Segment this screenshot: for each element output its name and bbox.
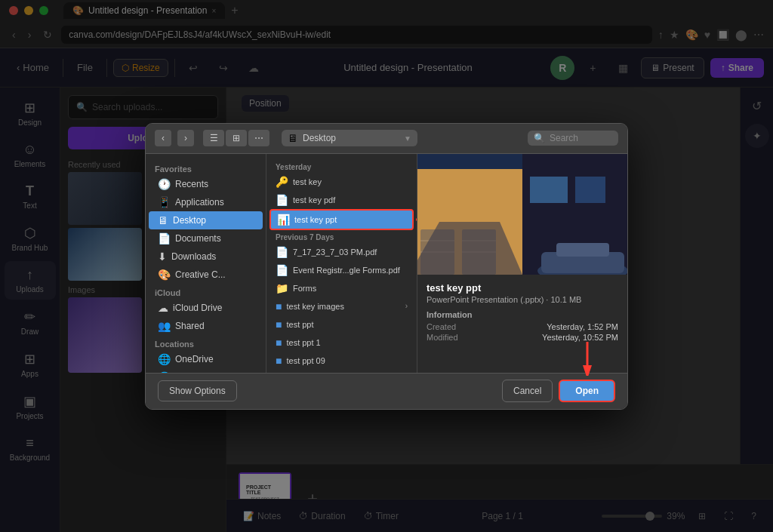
desktop-folder-icon: 🖥 <box>158 214 168 226</box>
dialog-overlay: ‹ › ☰ ⊞ ⋯ 🖥 Desktop ▼ 🔍 Search <box>0 0 773 532</box>
dialog-search-bar[interactable]: 🔍 Search <box>528 131 618 146</box>
onedrive-label: OneDrive <box>175 354 214 364</box>
dialog-toolbar: ‹ › ☰ ⊞ ⋯ 🖥 Desktop ▼ 🔍 Search <box>146 124 627 154</box>
created-value: Yesterday, 1:52 PM <box>547 322 618 331</box>
sidebar-item-icloud-drive[interactable]: ☁ iCloud Drive <box>149 299 263 317</box>
recents-label: Recents <box>175 179 208 189</box>
test-key-pdf-name: test key pdf <box>293 195 335 204</box>
file-item-test-ppt-1[interactable]: ■ test ppt 1 <box>269 334 414 352</box>
sidebar-item-recents[interactable]: 🕐 Recents <box>149 175 263 193</box>
file-list: Yesterday 🔑 test key 📄 test key pdf 📊 te… <box>266 154 417 373</box>
sidebar-item-onedrive[interactable]: 🌐 OneDrive <box>149 350 263 368</box>
preview-modified-row: Modified Yesterday, 10:52 PM <box>427 333 618 342</box>
created-key: Created <box>427 322 456 331</box>
file-item-event-registr[interactable]: 📄 Event Registr...gle Forms.pdf <box>269 261 414 279</box>
sidebar-item-documents[interactable]: 📄 Documents <box>149 229 263 248</box>
preview-info-label: Information <box>427 310 618 319</box>
search-icon: 🔍 <box>534 133 545 143</box>
modified-value: Yesterday, 10:52 PM <box>542 333 618 342</box>
shared-label: Shared <box>175 321 205 331</box>
file-7-17-23-icon: 📄 <box>276 246 288 258</box>
forms-name: Forms <box>293 284 316 293</box>
modified-key: Modified <box>427 333 458 342</box>
creative-icon: 🎨 <box>158 269 171 281</box>
preview-info: test key ppt PowerPoint Presentation (.p… <box>417 275 627 351</box>
file-item-test-key[interactable]: 🔑 test key <box>269 173 414 191</box>
location-text: Desktop <box>303 133 399 143</box>
desktop-label: Desktop <box>173 215 206 226</box>
test-key-images-icon: ■ <box>276 300 282 312</box>
test-ppt-1-name: test ppt 1 <box>286 338 320 347</box>
file-item-test-key-images[interactable]: ■ test key images › <box>269 297 414 315</box>
onedrive-icon: 🌐 <box>158 353 171 365</box>
dialog-view-buttons: ☰ ⊞ ⋯ <box>203 130 269 146</box>
file-item-test-key-pdf[interactable]: 📄 test key pdf <box>269 191 414 209</box>
dialog-files: Yesterday 🔑 test key 📄 test key pdf 📊 te… <box>266 154 627 373</box>
dialog-location-selector[interactable]: 🖥 Desktop ▼ <box>282 130 417 146</box>
previous7days-section-head: Previous 7 Days <box>269 230 414 243</box>
sidebar-item-desktop[interactable]: 🖥 Desktop <box>149 211 263 229</box>
dialog-body: Favorites 🕐 Recents 📱 Applications 🖥 Des… <box>146 154 627 373</box>
documents-icon: 📄 <box>158 232 171 244</box>
file-item-7-17-23[interactable]: 📄 7_17_23_7_03 PM.pdf <box>269 243 414 261</box>
applications-icon: 📱 <box>158 196 171 208</box>
test-ppt-09-name: test ppt 09 <box>286 356 325 365</box>
sidebar-item-shared[interactable]: 👥 Shared <box>149 317 263 335</box>
downloads-label: Downloads <box>171 251 216 262</box>
sidebar-item-downloads[interactable]: ⬇ Downloads <box>149 248 263 266</box>
shared-icon: 👥 <box>158 320 171 332</box>
search-placeholder-text: Search <box>550 133 578 143</box>
event-registr-icon: 📄 <box>276 264 288 276</box>
preview-filetype: PowerPoint Presentation (.pptx) · 10.1 M… <box>427 295 618 304</box>
sidebar-item-applications[interactable]: 📱 Applications <box>149 193 263 211</box>
test-ppt-icon: ■ <box>276 318 282 331</box>
test-key-icon: 🔑 <box>276 176 288 188</box>
show-options-button[interactable]: Show Options <box>158 380 237 401</box>
file-dialog: ‹ › ☰ ⊞ ⋯ 🖥 Desktop ▼ 🔍 Search <box>145 123 628 410</box>
test-key-images-name: test key images <box>286 302 343 311</box>
file-item-forms[interactable]: 📁 Forms <box>269 279 414 297</box>
list-view-button[interactable]: ☰ <box>203 130 224 146</box>
grid-view-button[interactable]: ⊞ <box>226 130 247 146</box>
yesterday-section-head: Yesterday <box>269 160 414 173</box>
icloud-section-title: iCloud <box>146 284 266 299</box>
cancel-button[interactable]: Cancel <box>502 380 553 402</box>
dialog-preview-panel: test key ppt PowerPoint Presentation (.p… <box>417 154 627 373</box>
recents-icon: 🕐 <box>158 178 171 190</box>
preview-filename: test key ppt <box>427 282 618 294</box>
icloud-drive-icon: ☁ <box>158 302 168 314</box>
test-ppt-09-icon: ■ <box>276 355 282 367</box>
file-item-test-key-ppt[interactable]: 📊 test key ppt <box>269 209 414 230</box>
sidebar-item-creative[interactable]: 🎨 Creative C... <box>149 266 263 284</box>
test-ppt-1-icon: ■ <box>276 337 282 349</box>
open-button[interactable]: Open <box>559 380 615 402</box>
file-item-test-ppt[interactable]: ■ test ppt <box>269 315 414 334</box>
applications-label: Applications <box>175 197 224 208</box>
event-registr-name: Event Registr...gle Forms.pdf <box>293 266 400 275</box>
dialog-sidebar: Favorites 🕐 Recents 📱 Applications 🖥 Des… <box>146 154 266 373</box>
preview-image-area <box>417 154 627 275</box>
downloads-icon: ⬇ <box>158 251 167 263</box>
test-key-pdf-icon: 📄 <box>276 194 288 206</box>
icloud-drive-label: iCloud Drive <box>173 303 222 313</box>
dialog-forward-button[interactable]: › <box>177 130 194 146</box>
favorites-section-title: Favorites <box>146 160 266 175</box>
dialog-action-buttons: Cancel Open <box>502 380 615 402</box>
test-key-ppt-icon: 📊 <box>277 214 290 226</box>
forms-icon: 📁 <box>276 282 288 294</box>
test-key-name: test key <box>293 177 322 186</box>
test-key-ppt-name: test key ppt <box>294 215 337 224</box>
documents-label: Documents <box>175 233 221 244</box>
desktop-icon: 🖥 <box>288 132 298 144</box>
chevron-down-icon: ▼ <box>404 134 411 143</box>
test-ppt-name: test ppt <box>286 320 313 329</box>
dialog-back-button[interactable]: ‹ <box>155 130 171 146</box>
file-dialog-container: ‹ › ☰ ⊞ ⋯ 🖥 Desktop ▼ 🔍 Search <box>145 123 628 410</box>
creative-label: Creative C... <box>175 269 226 280</box>
arrow-right-icon: › <box>405 302 408 310</box>
more-view-button[interactable]: ⋯ <box>248 130 269 146</box>
file-item-test-ppt-09[interactable]: ■ test ppt 09 <box>269 352 414 370</box>
file-7-17-23-name: 7_17_23_7_03 PM.pdf <box>293 248 377 257</box>
preview-created-row: Created Yesterday, 1:52 PM <box>427 322 618 331</box>
locations-section-title: Locations <box>146 335 266 350</box>
